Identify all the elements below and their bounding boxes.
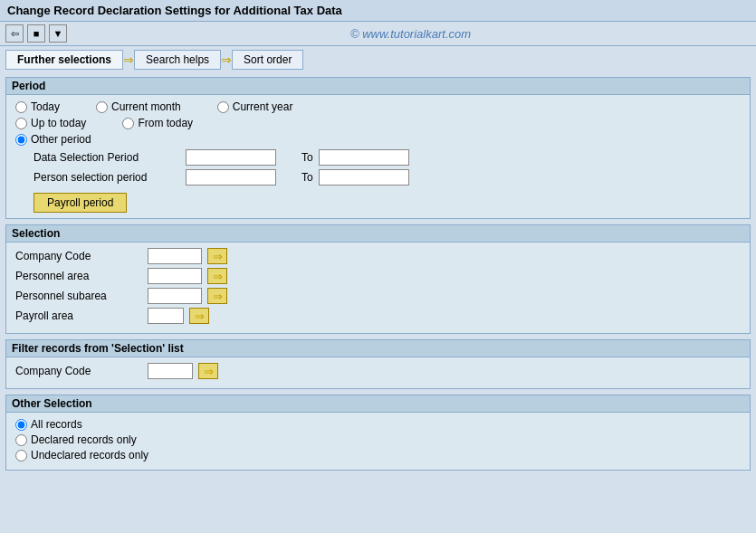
personnel-subarea-row: Personnel subarea ⇒ [15, 288, 741, 304]
radio-current-month-item[interactable]: Current month [96, 100, 181, 113]
undeclared-only-row: Undeclared records only [15, 449, 741, 462]
personnel-area-arrow-btn[interactable]: ⇒ [207, 268, 227, 284]
personnel-area-row: Personnel area ⇒ [15, 268, 741, 284]
personnel-area-input[interactable] [148, 268, 202, 284]
filter-section-header: Filter records from 'Selection' list [6, 340, 750, 357]
tab-sort-order[interactable]: Sort order [232, 50, 303, 70]
radio-undeclared-only-item[interactable]: Undeclared records only [15, 449, 148, 462]
radio-current-year-label: Current year [233, 100, 293, 113]
radio-today-label: Today [31, 100, 60, 113]
tab-arrow-2: ⇒ [221, 52, 232, 67]
radio-current-year[interactable] [217, 101, 229, 113]
all-records-label: All records [31, 418, 82, 431]
tabs-bar: Further selections ⇒ Search helps ⇒ Sort… [0, 46, 756, 73]
period-section: Period Today Current month Current year [5, 77, 751, 219]
company-code-arrow-btn[interactable]: ⇒ [207, 248, 227, 264]
filter-section: Filter records from 'Selection' list Com… [5, 339, 751, 389]
payroll-period-row: Payroll period [15, 189, 741, 213]
payroll-area-input[interactable] [148, 308, 184, 324]
back-icon[interactable]: ⇦ [5, 24, 24, 43]
watermark: © www.tutorialkart.com [71, 27, 751, 41]
selection-section: Selection Company Code ⇒ Personnel area … [5, 224, 751, 334]
main-content: Period Today Current month Current year [0, 73, 756, 480]
data-selection-period-row: Data Selection Period To [33, 149, 741, 166]
personnel-area-label: Personnel area [15, 270, 142, 282]
other-selection-header: Other Selection [6, 395, 750, 413]
filter-company-code-label: Company Code [15, 365, 142, 377]
company-code-row: Company Code ⇒ [15, 248, 741, 264]
to-label-2: To [301, 171, 313, 184]
personnel-subarea-input[interactable] [148, 288, 202, 304]
other-period-row: Other period [15, 133, 741, 146]
tab-search-helps[interactable]: Search helps [134, 50, 221, 70]
radio-other-period-item[interactable]: Other period [15, 133, 741, 146]
radio-current-month[interactable] [96, 101, 108, 113]
tab-further-selections[interactable]: Further selections [5, 50, 123, 70]
radio-other-period[interactable] [15, 134, 27, 146]
save-icon[interactable]: ■ [27, 24, 45, 43]
company-code-label: Company Code [15, 250, 142, 262]
personnel-subarea-arrow-btn[interactable]: ⇒ [207, 288, 227, 304]
further-selections-label: Further selections [17, 53, 111, 66]
filter-company-code-arrow-btn[interactable]: ⇒ [198, 363, 218, 379]
radio-declared-only-item[interactable]: Declared records only [15, 433, 137, 446]
radio-all-records[interactable] [15, 419, 27, 431]
payroll-period-btn-label: Payroll period [47, 196, 113, 209]
radio-up-to-today[interactable] [15, 118, 27, 129]
radio-from-today-label: From today [138, 117, 193, 129]
filter-section-body: Company Code ⇒ [6, 357, 750, 388]
title-bar: Change Record Declaration Settings for A… [0, 0, 756, 22]
radio-today-item[interactable]: Today [15, 100, 60, 113]
all-records-row: All records [15, 418, 741, 431]
selection-section-header: Selection [6, 225, 750, 243]
other-selection-section: Other Selection All records Declared rec… [5, 395, 751, 471]
search-helps-label: Search helps [146, 53, 209, 66]
payroll-area-arrow-btn[interactable]: ⇒ [189, 308, 209, 324]
person-selection-period-label: Person selection period [33, 171, 178, 184]
tab-arrow-1: ⇒ [123, 52, 134, 67]
to-label-1: To [301, 151, 313, 164]
filter-company-code-row: Company Code ⇒ [15, 363, 741, 379]
period-row-2: Up to today From today [15, 117, 741, 129]
payroll-area-row: Payroll area ⇒ [15, 308, 741, 324]
period-row-1: Today Current month Current year [15, 100, 741, 113]
radio-undeclared-only[interactable] [15, 450, 27, 462]
radio-current-month-label: Current month [111, 100, 181, 113]
company-code-input[interactable] [148, 248, 202, 264]
period-section-body: Today Current month Current year Up to t… [6, 95, 750, 218]
radio-other-period-label: Other period [31, 133, 91, 146]
data-selection-period-label: Data Selection Period [33, 151, 178, 164]
page-title: Change Record Declaration Settings for A… [7, 4, 342, 17]
payroll-period-button[interactable]: Payroll period [33, 193, 127, 213]
other-selection-body: All records Declared records only Undecl… [6, 413, 750, 470]
sort-order-label: Sort order [244, 53, 292, 66]
toolbar: ⇦ ■ ▼ © www.tutorialkart.com [0, 22, 756, 46]
data-selection-period-to-group: To [301, 149, 409, 166]
radio-up-to-today-item[interactable]: Up to today [15, 117, 86, 129]
person-selection-period-from-input[interactable] [186, 169, 276, 186]
declared-only-row: Declared records only [15, 433, 741, 446]
radio-current-year-item[interactable]: Current year [217, 100, 293, 113]
find-icon[interactable]: ▼ [49, 24, 67, 43]
undeclared-only-label: Undeclared records only [31, 449, 148, 462]
radio-from-today-item[interactable]: From today [122, 117, 193, 129]
person-selection-period-to-input[interactable] [319, 169, 409, 186]
declared-only-label: Declared records only [31, 433, 137, 446]
data-selection-period-to-input[interactable] [319, 149, 409, 166]
person-selection-period-to-group: To [301, 169, 409, 186]
person-selection-period-row: Person selection period To [33, 169, 741, 186]
radio-up-to-today-label: Up to today [31, 117, 86, 129]
radio-today[interactable] [15, 101, 27, 113]
payroll-area-label: Payroll area [15, 309, 142, 322]
selection-section-body: Company Code ⇒ Personnel area ⇒ Personne… [6, 243, 750, 333]
personnel-subarea-label: Personnel subarea [15, 290, 142, 302]
filter-company-code-input[interactable] [148, 363, 193, 379]
radio-all-records-item[interactable]: All records [15, 418, 82, 431]
radio-declared-only[interactable] [15, 434, 27, 446]
data-selection-period-from-input[interactable] [186, 149, 276, 166]
period-section-header: Period [6, 78, 750, 95]
radio-from-today[interactable] [122, 118, 134, 129]
